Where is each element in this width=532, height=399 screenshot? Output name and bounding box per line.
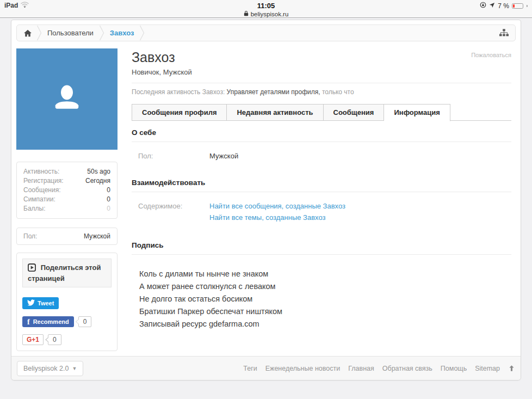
ssl-lock-icon <box>244 10 249 17</box>
share-panel: Поделиться этой страницей Tweet f <box>16 253 117 351</box>
battery-tip <box>527 5 528 7</box>
home-icon[interactable] <box>23 29 36 37</box>
clock: 11:05 <box>0 2 532 10</box>
breadcrumb-separator <box>36 24 42 41</box>
gender-field-value: Мужской <box>209 152 238 160</box>
location-services-icon <box>489 2 495 10</box>
activity-time: только что <box>320 88 354 96</box>
stat-row-messages: Сообщения: 0 <box>23 186 110 195</box>
facebook-icon: f <box>27 319 30 325</box>
signature-line: Братишки Паркер обеспечат ништяком <box>139 305 511 318</box>
activity-label: Последняя активность Завхоз: <box>132 88 227 96</box>
content-field-label: Содержимое: <box>138 202 209 222</box>
orientation-lock-icon <box>480 2 486 10</box>
stat-row-activity: Активность: 50s ago <box>23 167 110 176</box>
profile-main: Пожаловаться Завхоз Новичок, Мужской Пос… <box>132 48 516 356</box>
sitemap-icon[interactable] <box>495 29 509 37</box>
tweet-button[interactable]: Tweet <box>22 297 59 309</box>
stat-row-likes: Симпатии: 0 <box>23 195 110 204</box>
tab-postings[interactable]: Сообщения <box>324 104 385 121</box>
signature-line: Коль с дилами ты нынче не знаком <box>139 268 511 280</box>
footer-links: Теги Еженедельные новости Главная Обратн… <box>243 365 515 372</box>
footer-link-sitemap[interactable]: Sitemap <box>475 365 500 372</box>
forum-card: Пользователи Завхоз <box>11 20 521 380</box>
breadcrumb-item-users[interactable]: Пользователи <box>42 29 99 37</box>
status-right: 7 % <box>480 2 528 10</box>
share-icon <box>28 265 38 273</box>
about-gender-row: Пол: Мужской <box>132 142 511 160</box>
stat-row-registration: Регистрация: Сегодня <box>23 176 110 186</box>
user-stats-panel: Активность: 50s ago Регистрация: Сегодня… <box>16 162 117 219</box>
footer-link-contact[interactable]: Обратная связь <box>382 365 432 372</box>
breadcrumb: Пользователи Завхоз <box>16 24 516 41</box>
twitter-bird-icon <box>27 299 35 307</box>
footer-link-home[interactable]: Главная <box>348 365 374 372</box>
tab-information[interactable]: Информация <box>384 104 450 121</box>
interact-content-row: Содержимое: Найти все сообщения, созданн… <box>132 192 511 222</box>
page-title-username: Завхоз <box>132 50 511 65</box>
style-chooser-button[interactable]: Beliyspisok 2.0 ▼ <box>17 361 83 376</box>
gplus-label: G+1 <box>27 336 39 343</box>
breadcrumb-item-current-user[interactable]: Завхоз <box>104 29 140 37</box>
stat-row-points: Баллы: 0 <box>23 204 110 213</box>
share-heading: Поделиться этой страницей <box>22 259 112 287</box>
signature-block: Коль с дилами ты нынче не знаком А может… <box>132 255 511 330</box>
battery-percent: 7 % <box>498 2 509 10</box>
facebook-recommend-button[interactable]: f Recommend <box>22 316 74 327</box>
scroll-to-top-icon[interactable] <box>508 365 515 372</box>
gplus-count: 0 <box>48 334 61 345</box>
tab-recent-activity[interactable]: Недавняя активность <box>227 104 323 121</box>
tweet-label: Tweet <box>38 300 54 306</box>
facebook-share-row: f Recommend 0 <box>22 316 112 327</box>
gender-field-label: Пол: <box>138 152 209 160</box>
find-all-posts-link[interactable]: Найти все сообщения, созданные Завхоз <box>209 202 345 210</box>
signature-line: Не долго так остаться босиком <box>139 293 511 305</box>
content: Активность: 50s ago Регистрация: Сегодня… <box>11 41 521 356</box>
section-heading-interact: Взаимодействовать <box>132 179 511 192</box>
footer-link-tags[interactable]: Теги <box>243 365 257 372</box>
footer-link-help[interactable]: Помощь <box>441 365 467 372</box>
section-heading-about: О себе <box>132 128 511 142</box>
gender-panel: Пол: Мужской <box>16 228 117 245</box>
gender-label: Пол: <box>23 232 37 240</box>
gender-value: Мужской <box>84 232 110 240</box>
footer-link-weekly-news[interactable]: Еженедельные новости <box>265 365 340 372</box>
sidebar: Активность: 50s ago Регистрация: Сегодня… <box>16 48 117 356</box>
breadcrumb-separator <box>99 24 104 41</box>
page: Пользователи Завхоз <box>0 18 532 380</box>
battery-icon <box>512 3 523 9</box>
signature-line: А может ранее столкнулся с леваком <box>139 280 511 293</box>
url-text: beliyspisok.ru <box>251 11 289 17</box>
facebook-count: 0 <box>78 316 92 327</box>
facebook-label: Recommend <box>33 318 69 325</box>
find-all-threads-link[interactable]: Найти все темы, созданные Завхоз <box>209 213 345 222</box>
report-link[interactable]: Пожаловаться <box>471 52 511 58</box>
avatar[interactable] <box>16 48 117 150</box>
profile-tabs: Сообщения профиля Недавняя активность Со… <box>132 104 511 121</box>
footer: Beliyspisok 2.0 ▼ Теги Еженедельные ново… <box>11 356 521 380</box>
activity-action: Управляет деталями профиля, <box>227 88 320 96</box>
last-activity: Последняя активность Завхоз: Управляет д… <box>132 83 511 96</box>
user-subtitle: Новичок, Мужской <box>132 68 511 83</box>
gplus-button[interactable]: G+1 <box>22 334 44 345</box>
url-bar[interactable]: beliyspisok.ru <box>0 10 532 17</box>
section-heading-signature: Подпись <box>132 241 511 255</box>
gplus-share-row: G+1 0 <box>22 334 112 345</box>
signature-line: Записывай ресурс gdefarma.com <box>139 318 511 330</box>
breadcrumb-separator <box>139 24 145 41</box>
chevron-down-icon: ▼ <box>72 366 77 371</box>
ios-status-bar: iPad 11:05 beliyspisok.ru <box>0 0 532 18</box>
tab-profile-posts[interactable]: Сообщения профиля <box>132 104 227 121</box>
